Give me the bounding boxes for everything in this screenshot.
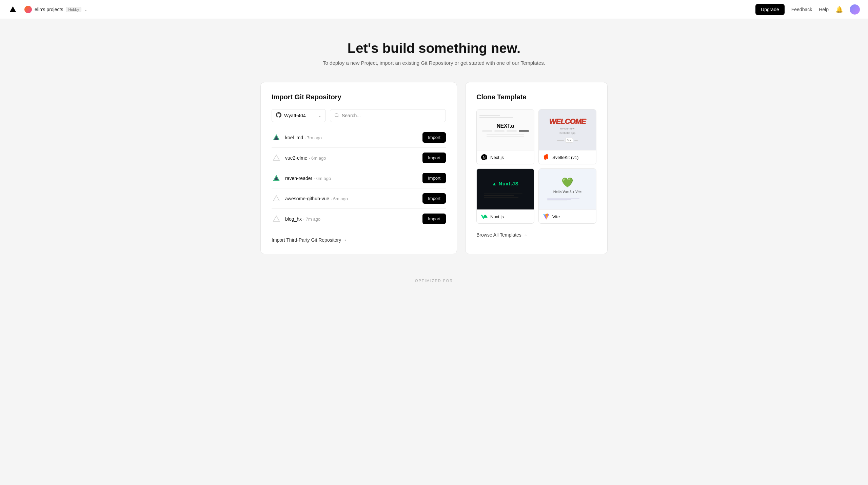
repo-info: vue2-elme · 6m ago [285, 155, 326, 161]
page-title: Let's build something new. [8, 41, 860, 56]
svg-marker-7 [273, 216, 279, 221]
template-item-nuxtjs[interactable]: ▲ Nuxt.JS [476, 168, 534, 224]
repo-controls: Wyatt-404 ⌄ [272, 109, 446, 122]
svg-marker-3 [273, 155, 279, 160]
table-row: raven-reader · 6m ago Import [272, 168, 446, 188]
repo-left: blog_hx · 7m ago [272, 214, 320, 224]
repo-time: · 6m ago [331, 196, 348, 201]
import-button[interactable]: Import [422, 173, 446, 183]
optimized-section: OPTIMIZED FOR [0, 268, 868, 294]
template-footer-vite: Vite [539, 209, 596, 223]
repo-time: · 7m ago [304, 135, 322, 140]
feedback-link[interactable]: Feedback [791, 7, 812, 12]
svg-point-0 [335, 113, 338, 116]
cards-container: Import Git Repository Wyatt-404 ⌄ [248, 82, 620, 268]
search-box[interactable] [330, 109, 446, 122]
repo-time: · 6m ago [309, 156, 326, 161]
generic-repo-icon [272, 214, 281, 224]
third-party-import-link[interactable]: Import Third-Party Git Repository → [272, 237, 347, 243]
bell-icon[interactable]: 🔔 [835, 6, 843, 13]
template-preview-sveltekit: WELCOME to your new SvelteKit app 0 ● [539, 109, 596, 150]
optimized-label: OPTIMIZED FOR [415, 279, 453, 283]
account-name: Wyatt-404 [284, 113, 315, 118]
repo-name: raven-reader [285, 176, 312, 181]
account-chevron-icon: ⌄ [318, 113, 321, 118]
vue-icon [272, 174, 281, 183]
project-name: elin's projects [35, 7, 63, 12]
template-footer-nuxtjs: Nuxt.js [477, 209, 534, 223]
import-git-card: Import Git Repository Wyatt-404 ⌄ [260, 82, 457, 254]
repo-name: awesome-github-vue [285, 196, 329, 201]
table-row: koel_md · 7m ago Import [272, 127, 446, 148]
hero-section: Let's build something new. To deploy a n… [0, 19, 868, 82]
search-input[interactable] [342, 113, 441, 118]
clone-template-card: Clone Template NEXT.α [465, 82, 608, 254]
template-item-nextjs[interactable]: NEXT.α [476, 109, 534, 164]
help-link[interactable]: Help [819, 7, 829, 12]
template-card-title: Clone Template [476, 93, 596, 101]
template-item-vite[interactable]: 💚 Hello Vue 3 + Vite [538, 168, 596, 224]
template-preview-nextjs: NEXT.α [477, 109, 534, 150]
vite-logo [543, 213, 550, 220]
repo-info: raven-reader · 6m ago [285, 175, 331, 181]
table-row: vue2-elme · 6m ago Import [272, 148, 446, 168]
repo-left: awesome-github-vue · 6m ago [272, 194, 348, 203]
repo-left: koel_md · 7m ago [272, 133, 322, 142]
svg-marker-6 [273, 196, 279, 201]
hobby-badge: Hobby [66, 7, 81, 12]
template-preview-vite: 💚 Hello Vue 3 + Vite [539, 169, 596, 209]
template-name-sveltekit: SvelteKit (v1) [552, 155, 578, 160]
template-footer-nextjs: Next.js [477, 150, 534, 164]
table-row: awesome-github-vue · 6m ago Import [272, 188, 446, 209]
generic-repo-icon [272, 153, 281, 163]
repo-list: koel_md · 7m ago Import [272, 127, 446, 229]
table-row: blog_hx · 7m ago Import [272, 209, 446, 229]
template-grid: NEXT.α [476, 109, 596, 224]
vue-icon [272, 133, 281, 142]
github-icon [276, 112, 281, 119]
navbar-left: elin's projects Hobby ⌄ [8, 4, 90, 15]
search-icon [334, 113, 339, 119]
project-selector[interactable]: elin's projects Hobby ⌄ [22, 4, 90, 15]
nuxtjs-logo [481, 213, 488, 220]
repo-info: koel_md · 7m ago [285, 135, 322, 141]
sveltekit-logo [543, 154, 550, 161]
template-name-nextjs: Next.js [490, 155, 504, 160]
project-avatar [24, 6, 32, 13]
repo-info: awesome-github-vue · 6m ago [285, 196, 348, 202]
template-preview-nuxtjs: ▲ Nuxt.JS [477, 169, 534, 209]
repo-left: raven-reader · 6m ago [272, 174, 331, 183]
navbar-right: Upgrade Feedback Help 🔔 [755, 4, 860, 15]
vercel-logo[interactable] [8, 5, 18, 14]
navbar: elin's projects Hobby ⌄ Upgrade Feedback… [0, 0, 868, 19]
account-selector[interactable]: Wyatt-404 ⌄ [272, 109, 326, 122]
import-card-title: Import Git Repository [272, 93, 446, 101]
template-item-sveltekit[interactable]: WELCOME to your new SvelteKit app 0 ● [538, 109, 596, 164]
template-name-vite: Vite [552, 214, 560, 219]
main-content: Let's build something new. To deploy a n… [0, 0, 868, 485]
repo-time: · 6m ago [314, 176, 331, 181]
import-button[interactable]: Import [422, 132, 446, 143]
repo-time: · 7m ago [303, 217, 321, 222]
template-footer-sveltekit: SvelteKit (v1) [539, 150, 596, 164]
repo-name: vue2-elme [285, 155, 307, 161]
chevron-down-icon: ⌄ [84, 7, 87, 12]
import-button[interactable]: Import [422, 193, 446, 204]
repo-name: koel_md [285, 135, 303, 140]
repo-left: vue2-elme · 6m ago [272, 153, 326, 163]
repo-name: blog_hx [285, 216, 302, 222]
browse-templates-link[interactable]: Browse All Templates → [476, 232, 528, 238]
nextjs-logo [481, 154, 488, 161]
upgrade-button[interactable]: Upgrade [755, 4, 785, 15]
import-button[interactable]: Import [422, 153, 446, 163]
template-name-nuxtjs: Nuxt.js [490, 214, 504, 219]
import-button[interactable]: Import [422, 214, 446, 224]
page-subtitle: To deploy a new Project, import an exist… [8, 60, 860, 66]
repo-info: blog_hx · 7m ago [285, 216, 320, 222]
generic-repo-icon [272, 194, 281, 203]
user-avatar[interactable] [850, 4, 860, 15]
